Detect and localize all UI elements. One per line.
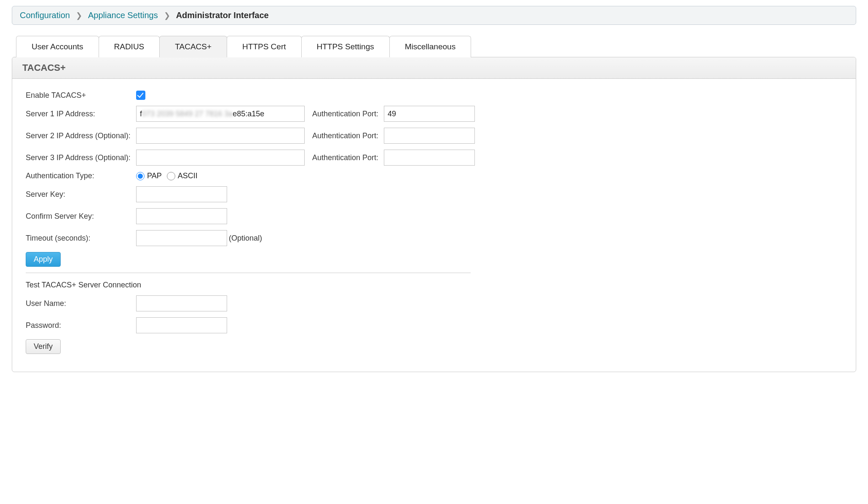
breadcrumb: Configuration ❯ Appliance Settings ❯ Adm…: [12, 6, 856, 25]
server2-authport-label: Authentication Port:: [312, 131, 384, 140]
tab-user-accounts[interactable]: User Accounts: [16, 36, 99, 57]
server3-ip-input[interactable]: [136, 150, 305, 166]
auth-type-ascii-radio[interactable]: [167, 172, 175, 180]
server1-authport-label: Authentication Port:: [312, 110, 384, 118]
server-key-input[interactable]: [136, 186, 227, 202]
panel-title: TACACS+: [12, 57, 856, 79]
server1-authport-input[interactable]: [384, 106, 475, 122]
test-password-label: Password:: [26, 321, 136, 330]
timeout-input[interactable]: [136, 230, 227, 246]
test-password-input[interactable]: [136, 317, 227, 333]
server-key-label: Server Key:: [26, 190, 136, 199]
chevron-right-icon: ❯: [164, 11, 170, 20]
breadcrumb-appliance-settings[interactable]: Appliance Settings: [88, 11, 158, 20]
server2-ip-input[interactable]: [136, 128, 305, 144]
server1-ip-input[interactable]: f 073 2039 5849 27 7816 3a e85:a15e: [136, 106, 305, 122]
tab-radius[interactable]: RADIUS: [99, 36, 160, 57]
server2-ip-label: Server 2 IP Address (Optional):: [26, 131, 136, 140]
server1-ip-label: Server 1 IP Address:: [26, 110, 136, 118]
breadcrumb-current: Administrator Interface: [176, 11, 269, 20]
test-username-label: User Name:: [26, 299, 136, 308]
server3-authport-label: Authentication Port:: [312, 153, 384, 162]
divider: [26, 273, 471, 273]
breadcrumb-configuration[interactable]: Configuration: [20, 11, 70, 20]
tab-tacacs[interactable]: TACACS+: [159, 36, 227, 57]
tacacs-panel: TACACS+ Enable TACACS+ Server 1 IP Addre…: [12, 57, 856, 372]
server3-ip-label: Server 3 IP Address (Optional):: [26, 153, 136, 162]
confirm-server-key-label: Confirm Server Key:: [26, 212, 136, 221]
enable-tacacs-checkbox[interactable]: [136, 91, 145, 100]
verify-button[interactable]: Verify: [26, 339, 61, 354]
auth-type-pap-radio[interactable]: [136, 172, 145, 180]
tab-miscellaneous[interactable]: Miscellaneous: [389, 36, 471, 57]
server2-authport-input[interactable]: [384, 128, 475, 144]
auth-type-pap-label: PAP: [147, 172, 162, 180]
auth-type-group: PAP ASCII: [136, 172, 200, 180]
tabs: User Accounts RADIUS TACACS+ HTTPS Cert …: [12, 36, 856, 57]
test-connection-title: Test TACACS+ Server Connection: [26, 281, 141, 290]
test-username-input[interactable]: [136, 295, 227, 311]
timeout-label: Timeout (seconds):: [26, 234, 136, 243]
server1-ip-redacted: 073 2039 5849 27 7816 3a: [142, 110, 233, 118]
confirm-server-key-input[interactable]: [136, 208, 227, 224]
enable-tacacs-label: Enable TACACS+: [26, 91, 136, 100]
auth-type-label: Authentication Type:: [26, 172, 136, 180]
chevron-right-icon: ❯: [76, 11, 82, 20]
auth-type-ascii-label: ASCII: [178, 172, 198, 180]
server3-authport-input[interactable]: [384, 150, 475, 166]
server1-ip-suffix: e85:a15e: [233, 110, 264, 118]
timeout-optional-text: (Optional): [229, 234, 262, 243]
tab-https-cert[interactable]: HTTPS Cert: [227, 36, 301, 57]
apply-button[interactable]: Apply: [26, 252, 61, 267]
tab-https-settings[interactable]: HTTPS Settings: [301, 36, 390, 57]
